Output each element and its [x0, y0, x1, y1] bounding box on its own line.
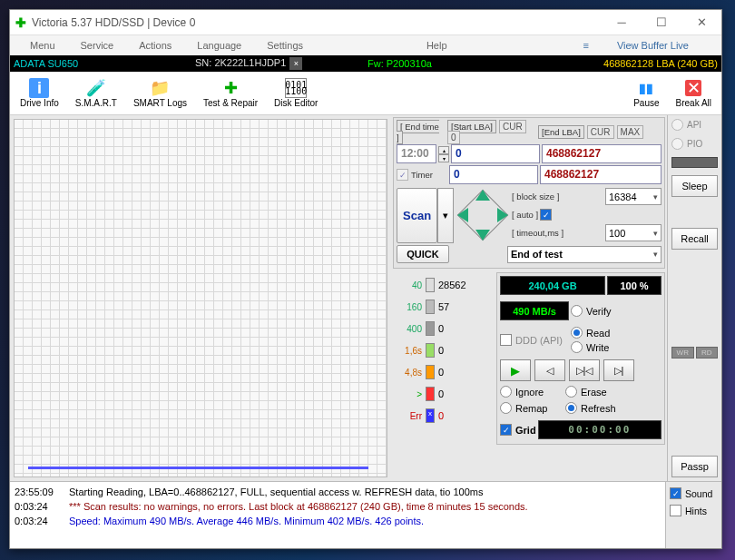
menubar: Menu Service Actions Language Settings H…: [10, 35, 721, 55]
sound-checkbox[interactable]: [670, 487, 681, 499]
scan-button[interactable]: Scan: [397, 188, 437, 243]
percent-stat: 100 %: [607, 276, 662, 295]
speed-stat: 490 MB/s: [500, 301, 569, 320]
nav-up[interactable]: [475, 190, 490, 201]
menu-actions[interactable]: Actions: [126, 40, 184, 51]
grid-checkbox[interactable]: [500, 424, 512, 436]
test-repair-button[interactable]: ✚Test & Repair: [195, 74, 266, 113]
right-sidebar: API PIO Sleep Recall WRRD Passp: [667, 115, 721, 481]
max-button[interactable]: MAX: [617, 125, 644, 139]
zero-button[interactable]: 0: [447, 131, 460, 144]
serial-number: SN: 2K222L1HJDP1×: [195, 57, 358, 70]
pause-button[interactable]: ▮▮Pause: [625, 74, 667, 113]
cur-button-start[interactable]: CUR: [499, 120, 526, 133]
block-timing-stats: 4028562 16057 4000 1,6s0 4,8s0 >0 Err0: [393, 272, 495, 428]
wr-rd-indicators: WRRD: [671, 347, 718, 359]
minimize-button[interactable]: ─: [602, 10, 642, 35]
maximize-button[interactable]: ☐: [642, 10, 681, 35]
progress-bar: [671, 157, 718, 168]
remap-radio[interactable]: [500, 402, 512, 414]
control-panel: [ End time ] [Start LBA] CUR 0 [End LBA]…: [391, 115, 667, 481]
log-area: 23:55:09Starting Reading, LBA=0..4688621…: [10, 481, 721, 548]
read-radio[interactable]: [571, 327, 583, 339]
start-lba-field[interactable]: 0: [451, 144, 540, 163]
drive-info-button[interactable]: iDrive Info: [12, 74, 67, 113]
app-icon: ✚: [15, 15, 26, 30]
menu-help[interactable]: Help: [414, 40, 460, 51]
auto-checkbox[interactable]: [540, 209, 552, 221]
sn-close-icon[interactable]: ×: [289, 57, 302, 70]
log-text[interactable]: 23:55:09Starting Reading, LBA=0..4688621…: [10, 482, 665, 548]
app-window: ✚ Victoria 5.37 HDD/SSD | Device 0 ─ ☐ ✕…: [9, 9, 722, 549]
smart-logs-button[interactable]: 📁SMART Logs: [125, 74, 195, 113]
end-of-test-select[interactable]: End of test: [507, 246, 662, 263]
break-all-button[interactable]: ✕Break All: [668, 74, 720, 113]
write-radio[interactable]: [571, 341, 583, 353]
playback-controls: ▶ ◁ ▷|◁ ▷|: [500, 359, 662, 381]
toolbar: iDrive Info 🧪S.M.A.R.T 📁SMART Logs ✚Test…: [10, 72, 721, 115]
skip-button[interactable]: ▷|◁: [569, 359, 600, 381]
block-size-select[interactable]: 16384: [605, 188, 662, 205]
hints-checkbox[interactable]: [670, 505, 681, 516]
menu-language[interactable]: Language: [184, 40, 254, 51]
menu-service[interactable]: Service: [68, 40, 127, 51]
device-infobar: ADATA SU650 SN: 2K222L1HJDP1× Fw: P20031…: [10, 55, 721, 72]
menu-settings[interactable]: Settings: [254, 40, 316, 51]
quick-button[interactable]: QUICK: [397, 245, 449, 263]
play-button[interactable]: ▶: [500, 359, 531, 381]
scan-graph: [14, 119, 387, 477]
menu-menu[interactable]: Menu: [17, 40, 68, 51]
nav-left[interactable]: [457, 208, 468, 222]
disk-editor-button[interactable]: 01011100Disk Editor: [266, 74, 326, 113]
sleep-button[interactable]: Sleep: [671, 175, 718, 197]
recall-button[interactable]: Recall: [671, 228, 718, 250]
device-name: ADATA SU650: [14, 58, 195, 69]
end-lba-field2[interactable]: 468862127: [540, 165, 662, 184]
smart-button[interactable]: 🧪S.M.A.R.T: [67, 74, 125, 113]
api-radio[interactable]: [671, 119, 683, 131]
end-time-label: [ End time ]: [397, 120, 439, 144]
close-button[interactable]: ✕: [681, 10, 721, 35]
scan-dropdown[interactable]: ▾: [437, 188, 454, 243]
timer-checkbox[interactable]: [397, 169, 408, 181]
cur-button-end[interactable]: CUR: [587, 125, 614, 139]
refresh-radio[interactable]: [565, 402, 577, 414]
firmware: Fw: P200310a: [368, 58, 522, 69]
erase-radio[interactable]: [565, 386, 577, 398]
passp-button[interactable]: Passp: [671, 456, 718, 477]
end-lba-field[interactable]: 468862127: [542, 144, 662, 163]
pio-radio[interactable]: [671, 138, 683, 150]
window-title: Victoria 5.37 HDD/SSD | Device 0: [32, 16, 602, 29]
nav-right[interactable]: [497, 208, 508, 222]
ignore-radio[interactable]: [500, 386, 512, 398]
end-time-field[interactable]: 12:00: [397, 144, 436, 163]
lba-info: 468862128 LBA (240 GB): [603, 58, 718, 69]
titlebar: ✚ Victoria 5.37 HDD/SSD | Device 0 ─ ☐ ✕: [10, 10, 721, 35]
nav-down[interactable]: [475, 230, 490, 241]
main-area: [ End time ] [Start LBA] CUR 0 [End LBA]…: [10, 115, 721, 481]
timeout-select[interactable]: 100: [605, 224, 662, 241]
verify-radio[interactable]: [571, 305, 583, 317]
nav-diamond: [456, 188, 510, 242]
view-buffer-live-button[interactable]: ≡View Buffer Live: [557, 40, 714, 51]
end-lba-label: [End LBA]: [538, 125, 584, 139]
start-lba-field2[interactable]: 0: [449, 165, 538, 184]
step-back-button[interactable]: ◁: [534, 359, 565, 381]
elapsed-timer: 00:00:00: [538, 420, 662, 439]
step-fwd-button[interactable]: ▷|: [603, 359, 634, 381]
size-stat: 240,04 GB: [500, 276, 605, 295]
ddd-checkbox[interactable]: [500, 334, 512, 346]
